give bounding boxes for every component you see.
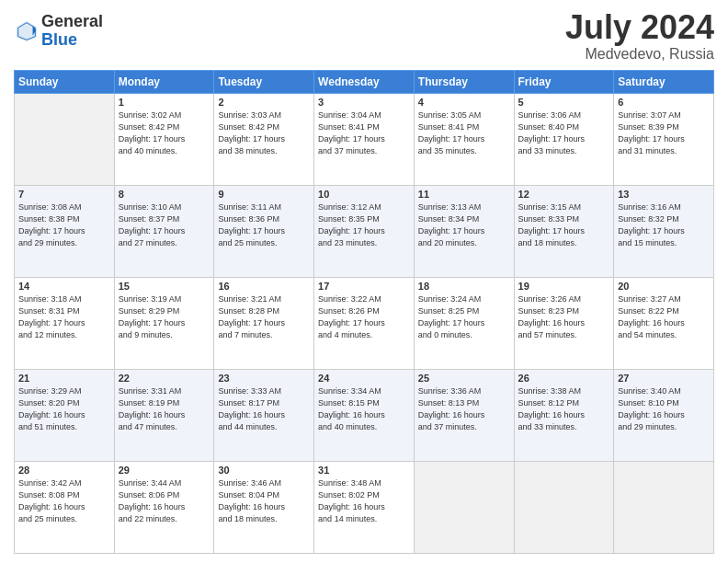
day-cell <box>614 461 714 553</box>
col-tuesday: Tuesday <box>214 70 314 93</box>
location: Medvedevo, Russia <box>565 46 714 63</box>
logo: General Blue <box>14 13 103 50</box>
day-number: 15 <box>119 281 210 292</box>
day-number: 23 <box>218 373 310 384</box>
day-info: Sunrise: 3:33 AM Sunset: 8:17 PM Dayligh… <box>218 385 310 433</box>
day-cell <box>514 461 614 553</box>
day-number: 12 <box>518 189 610 200</box>
day-number: 29 <box>119 465 210 476</box>
week-row-4: 21Sunrise: 3:29 AM Sunset: 8:20 PM Dayli… <box>15 369 714 461</box>
day-info: Sunrise: 3:26 AM Sunset: 8:23 PM Dayligh… <box>518 293 610 341</box>
title-section: July 2024 Medvedevo, Russia <box>565 9 714 63</box>
day-info: Sunrise: 3:02 AM Sunset: 8:42 PM Dayligh… <box>119 109 210 157</box>
month-title: July 2024 <box>565 9 714 46</box>
day-info: Sunrise: 3:27 AM Sunset: 8:22 PM Dayligh… <box>618 293 710 341</box>
day-cell: 10Sunrise: 3:12 AM Sunset: 8:35 PM Dayli… <box>314 185 415 277</box>
day-info: Sunrise: 3:21 AM Sunset: 8:28 PM Dayligh… <box>218 293 310 341</box>
day-info: Sunrise: 3:10 AM Sunset: 8:37 PM Dayligh… <box>119 201 210 249</box>
day-number: 2 <box>218 97 310 108</box>
logo-general: General <box>41 13 103 31</box>
day-number: 20 <box>618 281 710 292</box>
day-info: Sunrise: 3:06 AM Sunset: 8:40 PM Dayligh… <box>518 109 610 157</box>
day-cell: 28Sunrise: 3:42 AM Sunset: 8:08 PM Dayli… <box>15 461 115 553</box>
day-info: Sunrise: 3:05 AM Sunset: 8:41 PM Dayligh… <box>418 109 510 157</box>
day-info: Sunrise: 3:36 AM Sunset: 8:13 PM Dayligh… <box>418 385 510 433</box>
day-info: Sunrise: 3:13 AM Sunset: 8:34 PM Dayligh… <box>418 201 510 249</box>
day-number: 9 <box>218 189 310 200</box>
day-cell: 22Sunrise: 3:31 AM Sunset: 8:19 PM Dayli… <box>114 369 214 461</box>
day-info: Sunrise: 3:46 AM Sunset: 8:04 PM Dayligh… <box>218 477 310 525</box>
day-cell: 17Sunrise: 3:22 AM Sunset: 8:26 PM Dayli… <box>314 277 415 369</box>
day-cell: 9Sunrise: 3:11 AM Sunset: 8:36 PM Daylig… <box>214 185 314 277</box>
day-info: Sunrise: 3:18 AM Sunset: 8:31 PM Dayligh… <box>18 293 110 341</box>
week-row-1: 1Sunrise: 3:02 AM Sunset: 8:42 PM Daylig… <box>15 93 714 185</box>
day-number: 14 <box>18 281 110 292</box>
day-number: 8 <box>119 189 210 200</box>
day-info: Sunrise: 3:42 AM Sunset: 8:08 PM Dayligh… <box>18 477 110 525</box>
day-info: Sunrise: 3:29 AM Sunset: 8:20 PM Dayligh… <box>18 385 110 433</box>
day-cell: 11Sunrise: 3:13 AM Sunset: 8:34 PM Dayli… <box>414 185 514 277</box>
logo-blue: Blue <box>41 31 103 50</box>
col-friday: Friday <box>514 70 614 93</box>
day-cell: 4Sunrise: 3:05 AM Sunset: 8:41 PM Daylig… <box>414 93 514 185</box>
day-number: 5 <box>518 97 610 108</box>
day-cell: 27Sunrise: 3:40 AM Sunset: 8:10 PM Dayli… <box>614 369 714 461</box>
day-info: Sunrise: 3:24 AM Sunset: 8:25 PM Dayligh… <box>418 293 510 341</box>
day-cell: 12Sunrise: 3:15 AM Sunset: 8:33 PM Dayli… <box>514 185 614 277</box>
day-cell: 15Sunrise: 3:19 AM Sunset: 8:29 PM Dayli… <box>114 277 214 369</box>
logo-text: General Blue <box>41 13 103 50</box>
day-number: 19 <box>518 281 610 292</box>
day-cell: 7Sunrise: 3:08 AM Sunset: 8:38 PM Daylig… <box>15 185 115 277</box>
day-cell: 5Sunrise: 3:06 AM Sunset: 8:40 PM Daylig… <box>514 93 614 185</box>
day-cell: 14Sunrise: 3:18 AM Sunset: 8:31 PM Dayli… <box>15 277 115 369</box>
day-info: Sunrise: 3:12 AM Sunset: 8:35 PM Dayligh… <box>318 201 410 249</box>
day-number: 7 <box>18 189 110 200</box>
day-number: 24 <box>318 373 410 384</box>
day-cell <box>15 93 115 185</box>
day-info: Sunrise: 3:03 AM Sunset: 8:42 PM Dayligh… <box>218 109 310 157</box>
day-number: 16 <box>218 281 310 292</box>
week-row-2: 7Sunrise: 3:08 AM Sunset: 8:38 PM Daylig… <box>15 185 714 277</box>
day-cell: 21Sunrise: 3:29 AM Sunset: 8:20 PM Dayli… <box>15 369 115 461</box>
col-saturday: Saturday <box>614 70 714 93</box>
day-cell: 1Sunrise: 3:02 AM Sunset: 8:42 PM Daylig… <box>114 93 214 185</box>
col-wednesday: Wednesday <box>314 70 415 93</box>
col-sunday: Sunday <box>15 70 115 93</box>
day-number: 10 <box>318 189 410 200</box>
day-number: 4 <box>418 97 510 108</box>
day-info: Sunrise: 3:34 AM Sunset: 8:15 PM Dayligh… <box>318 385 410 433</box>
day-info: Sunrise: 3:04 AM Sunset: 8:41 PM Dayligh… <box>318 109 410 157</box>
day-info: Sunrise: 3:16 AM Sunset: 8:32 PM Dayligh… <box>618 201 710 249</box>
day-number: 25 <box>418 373 510 384</box>
day-number: 31 <box>318 465 410 476</box>
day-info: Sunrise: 3:48 AM Sunset: 8:02 PM Dayligh… <box>318 477 410 525</box>
day-cell: 13Sunrise: 3:16 AM Sunset: 8:32 PM Dayli… <box>614 185 714 277</box>
day-info: Sunrise: 3:38 AM Sunset: 8:12 PM Dayligh… <box>518 385 610 433</box>
day-cell: 23Sunrise: 3:33 AM Sunset: 8:17 PM Dayli… <box>214 369 314 461</box>
day-info: Sunrise: 3:19 AM Sunset: 8:29 PM Dayligh… <box>119 293 210 341</box>
calendar-table: Sunday Monday Tuesday Wednesday Thursday… <box>14 70 714 554</box>
day-cell: 19Sunrise: 3:26 AM Sunset: 8:23 PM Dayli… <box>514 277 614 369</box>
day-number: 21 <box>18 373 110 384</box>
day-info: Sunrise: 3:40 AM Sunset: 8:10 PM Dayligh… <box>618 385 710 433</box>
day-number: 17 <box>318 281 410 292</box>
calendar-header: General Blue July 2024 Medvedevo, Russia <box>14 9 714 63</box>
header-row: Sunday Monday Tuesday Wednesday Thursday… <box>15 70 714 93</box>
week-row-5: 28Sunrise: 3:42 AM Sunset: 8:08 PM Dayli… <box>15 461 714 553</box>
day-cell: 26Sunrise: 3:38 AM Sunset: 8:12 PM Dayli… <box>514 369 614 461</box>
day-cell: 29Sunrise: 3:44 AM Sunset: 8:06 PM Dayli… <box>114 461 214 553</box>
day-number: 22 <box>119 373 210 384</box>
day-cell: 2Sunrise: 3:03 AM Sunset: 8:42 PM Daylig… <box>214 93 314 185</box>
day-number: 28 <box>18 465 110 476</box>
day-info: Sunrise: 3:31 AM Sunset: 8:19 PM Dayligh… <box>119 385 210 433</box>
col-thursday: Thursday <box>414 70 514 93</box>
logo-icon <box>14 18 40 44</box>
day-cell: 18Sunrise: 3:24 AM Sunset: 8:25 PM Dayli… <box>414 277 514 369</box>
day-cell: 30Sunrise: 3:46 AM Sunset: 8:04 PM Dayli… <box>214 461 314 553</box>
day-cell: 8Sunrise: 3:10 AM Sunset: 8:37 PM Daylig… <box>114 185 214 277</box>
col-monday: Monday <box>114 70 214 93</box>
day-number: 27 <box>618 373 710 384</box>
day-cell <box>414 461 514 553</box>
day-cell: 31Sunrise: 3:48 AM Sunset: 8:02 PM Dayli… <box>314 461 415 553</box>
day-info: Sunrise: 3:22 AM Sunset: 8:26 PM Dayligh… <box>318 293 410 341</box>
